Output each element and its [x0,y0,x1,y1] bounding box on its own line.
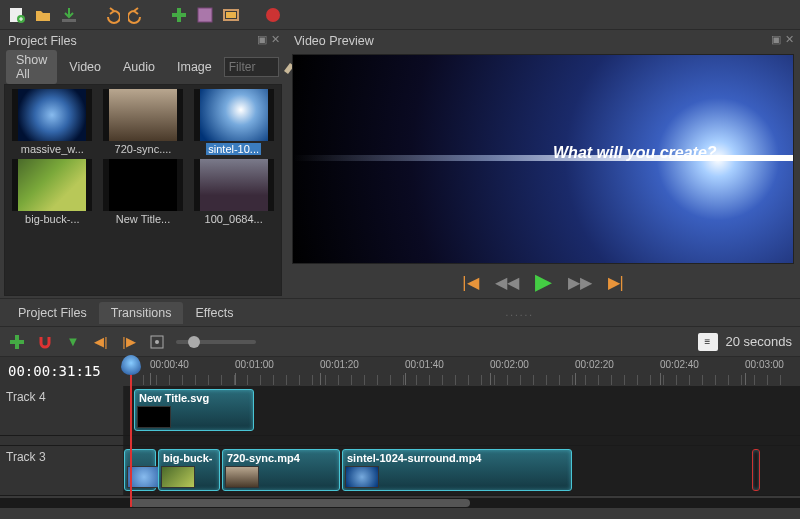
clip-label: sintel-1024-surround.mp4 [347,452,481,464]
media-item[interactable]: 720-sync.... [100,89,187,155]
timeline-clip[interactable]: big-buck- [158,449,220,491]
jump-start-icon[interactable]: |◀ [462,273,478,292]
zoom-display-icon[interactable]: ≡ [698,333,718,351]
playback-controls: |◀ ◀◀ ▶ ▶▶ ▶| [286,266,800,298]
filter-video[interactable]: Video [59,57,111,77]
media-label: 100_0684... [205,213,263,225]
svg-rect-7 [226,12,236,18]
zoom-slider[interactable] [176,340,256,344]
add-track-icon[interactable] [8,333,26,351]
video-preview-header: Video Preview ▣✕ [286,30,800,52]
center-playhead-icon[interactable] [148,333,166,351]
media-item[interactable]: big-buck-... [9,159,96,225]
ruler-tick: 00:02:00 [490,359,529,370]
main-toolbar [0,0,800,30]
preview-viewport[interactable]: What will you create? [292,54,794,264]
svg-rect-5 [198,8,212,22]
track-header[interactable]: Track 4 [0,386,124,435]
media-label: New Title... [116,213,170,225]
media-item[interactable]: New Title... [100,159,187,225]
timeline-scrollbar[interactable] [0,498,800,508]
ruler-tick: 00:01:40 [405,359,444,370]
open-project-icon[interactable] [34,6,52,24]
prev-marker-icon[interactable]: ◀| [92,333,110,351]
lower-tabs: Project Files Transitions Effects ...... [0,298,800,326]
svg-rect-10 [10,340,24,344]
svg-rect-4 [172,13,186,17]
track-row: Track 3mbig-buck-720-sync.mp4sintel-1024… [0,446,800,496]
rewind-icon[interactable]: ◀◀ [495,273,519,292]
panel-separator[interactable]: ...... [245,307,794,318]
track-row: Track 4New Title.svg [0,386,800,436]
close-panel-icon[interactable]: ✕ [785,33,794,46]
playhead[interactable] [130,357,132,507]
project-files-panel: Project Files ▣✕ Show All Video Audio Im… [0,30,286,298]
track-body[interactable]: New Title.svg [124,386,800,435]
project-files-header: Project Files ▣✕ [0,30,286,52]
play-icon[interactable]: ▶ [535,269,552,295]
media-filter-row: Show All Video Audio Image [0,52,286,82]
next-marker-icon[interactable]: |▶ [120,333,138,351]
timeline-clip[interactable]: New Title.svg [134,389,254,431]
detach-icon[interactable]: ▣ [771,33,781,46]
close-panel-icon[interactable]: ✕ [271,33,280,46]
tab-project-files[interactable]: Project Files [6,302,99,324]
preview-overlay-text: What will you create? [553,144,717,162]
detach-icon[interactable]: ▣ [257,33,267,46]
ruler-tick: 00:00:40 [150,359,189,370]
import-files-icon[interactable] [170,6,188,24]
media-label: massive_w... [21,143,84,155]
clip-label: 720-sync.mp4 [227,452,300,464]
timeline-clip[interactable]: m [124,449,156,491]
ruler-tick: 00:02:20 [575,359,614,370]
ruler-tick: 00:02:40 [660,359,699,370]
export-icon[interactable] [264,6,282,24]
media-label: 720-sync.... [115,143,172,155]
media-label: sintel-10... [206,143,261,155]
track-body[interactable]: mbig-buck-720-sync.mp4sintel-1024-surrou… [124,446,800,495]
timeline-tools: ▼ ◀| |▶ ≡ 20 seconds [0,326,800,356]
media-grid[interactable]: massive_w...720-sync....sintel-10...big-… [4,84,282,296]
undo-icon[interactable] [102,6,120,24]
new-project-icon[interactable] [8,6,26,24]
zoom-label: 20 seconds [726,334,793,349]
timeline-clip[interactable]: 720-sync.mp4 [222,449,340,491]
timeline-clip[interactable] [752,449,760,491]
track-header[interactable]: Track 3 [0,446,124,495]
svg-point-8 [266,8,280,22]
jump-end-icon[interactable]: ▶| [608,273,624,292]
video-preview-panel: Video Preview ▣✕ What will you create? |… [286,30,800,298]
timecode-display: 00:00:31:15 [8,363,101,379]
panel-title: Project Files [8,34,77,48]
profile-icon[interactable] [196,6,214,24]
tab-transitions[interactable]: Transitions [99,302,184,324]
redo-icon[interactable] [128,6,146,24]
clip-label: big-buck- [163,452,213,464]
timeline-clip[interactable]: sintel-1024-surround.mp4 [342,449,572,491]
tab-effects[interactable]: Effects [183,302,245,324]
media-item[interactable]: massive_w... [9,89,96,155]
fullscreen-icon[interactable] [222,6,240,24]
timeline-ruler[interactable]: 00:00:31:15 00:00:4000:01:0000:01:2000:0… [0,356,800,386]
add-marker-icon[interactable]: ▼ [64,333,82,351]
svg-point-12 [155,340,159,344]
ruler-tick: 00:01:00 [235,359,274,370]
media-item[interactable]: sintel-10... [190,89,277,155]
media-label: big-buck-... [25,213,79,225]
filter-image[interactable]: Image [167,57,222,77]
clip-label: New Title.svg [139,392,209,404]
filter-show-all[interactable]: Show All [6,50,57,84]
panel-title: Video Preview [294,34,374,48]
filter-audio[interactable]: Audio [113,57,165,77]
save-project-icon[interactable] [60,6,78,24]
timeline-tracks: Track 4New Title.svgTrack 3mbig-buck-720… [0,386,800,496]
svg-rect-2 [62,19,76,22]
fast-forward-icon[interactable]: ▶▶ [568,273,592,292]
filter-input[interactable] [224,57,279,77]
ruler-tick: 00:01:20 [320,359,359,370]
media-item[interactable]: 100_0684... [190,159,277,225]
snapping-icon[interactable] [36,333,54,351]
ruler-tick: 00:03:00 [745,359,784,370]
